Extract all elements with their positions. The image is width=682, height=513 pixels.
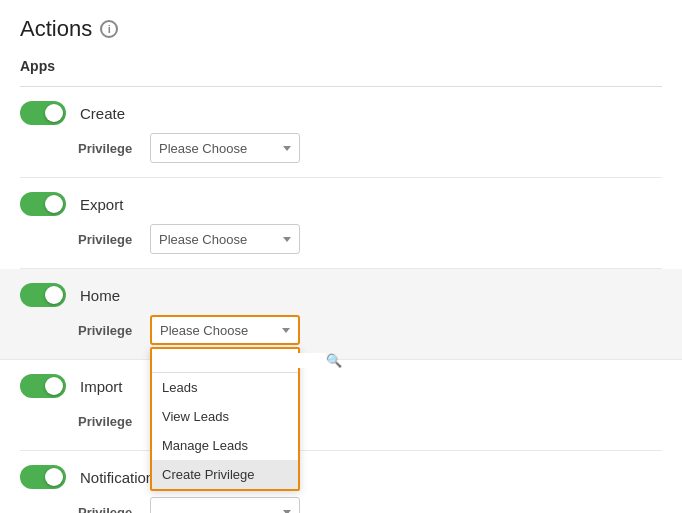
dropdown-panel-home: 🔍 Leads View Leads Manage Leads Create P… [150,347,300,491]
toggle-export[interactable] [20,192,66,216]
privilege-row-export: Privilege Please Choose [78,224,662,254]
action-row-notifications: Notifications Privilege [20,451,662,513]
toggle-track-export [20,192,66,216]
toggle-track-notifications [20,465,66,489]
dropdown-value-create: Please Choose [159,141,247,156]
dropdown-wrapper-notifications [150,497,300,513]
privilege-row-create: Privilege Please Choose [78,133,662,163]
dropdown-search-input-home[interactable] [158,353,326,368]
privilege-label-import: Privilege [78,414,138,429]
toggle-import[interactable] [20,374,66,398]
action-top-notifications: Notifications [20,465,662,489]
toggle-thumb-export [45,195,63,213]
dropdown-search-home: 🔍 [152,349,298,373]
action-name-create: Create [80,105,125,122]
dropdown-wrapper-create: Please Choose [150,133,300,163]
privilege-label-home: Privilege [78,323,138,338]
page-title: Actions [20,16,92,42]
dropdown-arrow-notifications [283,510,291,514]
toggle-thumb-notifications [45,468,63,486]
privilege-label-create: Privilege [78,141,138,156]
dropdown-option-leads[interactable]: Leads [152,373,298,402]
dropdown-arrow-create [283,146,291,151]
dropdown-home[interactable]: Please Choose [150,315,300,345]
toggle-create[interactable] [20,101,66,125]
info-icon[interactable]: i [100,20,118,38]
dropdown-option-manage-leads[interactable]: Manage Leads [152,431,298,460]
toggle-notifications[interactable] [20,465,66,489]
toggle-thumb-import [45,377,63,395]
action-top-home: Home [20,283,662,307]
privilege-row-notifications: Privilege [78,497,662,513]
action-name-home: Home [80,287,120,304]
dropdown-export[interactable]: Please Choose [150,224,300,254]
action-top-create: Create [20,101,662,125]
dropdown-arrow-home [282,328,290,333]
section-label: Apps [20,58,662,74]
dropdown-value-home: Please Choose [160,323,248,338]
dropdown-notifications[interactable] [150,497,300,513]
privilege-label-export: Privilege [78,232,138,247]
search-icon: 🔍 [326,353,342,368]
toggle-thumb-create [45,104,63,122]
toggle-track-import [20,374,66,398]
toggle-track-home [20,283,66,307]
dropdown-wrapper-export: Please Choose [150,224,300,254]
dropdown-arrow-export [283,237,291,242]
dropdown-value-export: Please Choose [159,232,247,247]
privilege-label-notifications: Privilege [78,505,138,514]
dropdown-create[interactable]: Please Choose [150,133,300,163]
action-row-import: Import Privilege [20,360,662,451]
dropdown-option-create-privilege[interactable]: Create Privilege [152,460,298,489]
page-header: Actions i [20,16,662,42]
toggle-track-create [20,101,66,125]
toggle-thumb-home [45,286,63,304]
dropdown-option-view-leads[interactable]: View Leads [152,402,298,431]
toggle-home[interactable] [20,283,66,307]
privilege-row-home: Privilege Please Choose 🔍 Leads View Lea… [78,315,662,345]
action-name-import: Import [80,378,123,395]
action-row-export: Export Privilege Please Choose [20,178,662,269]
action-top-export: Export [20,192,662,216]
action-row-home: Home Privilege Please Choose 🔍 Leads Vie… [0,269,682,360]
action-top-import: Import [20,374,662,398]
dropdown-wrapper-home: Please Choose 🔍 Leads View Leads Manage … [150,315,300,345]
action-row-create: Create Privilege Please Choose [20,87,662,178]
action-name-export: Export [80,196,123,213]
